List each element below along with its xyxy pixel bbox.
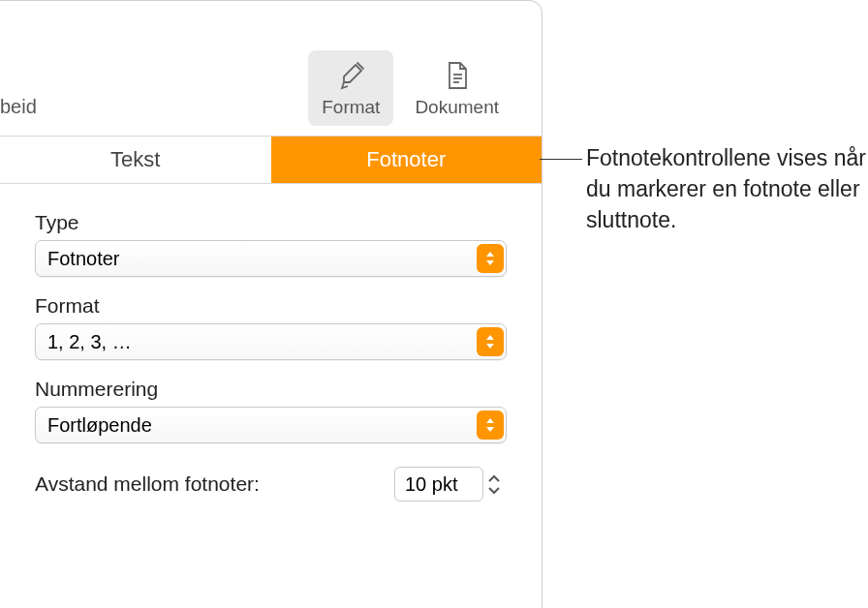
numbering-dropdown-value: Fortløpende (47, 414, 152, 437)
updown-icon (477, 327, 504, 356)
format-dropdown[interactable]: 1, 2, 3, … (35, 323, 507, 360)
format-dropdown-value: 1, 2, 3, … (47, 331, 132, 353)
inspector-panel: beid Format (0, 0, 542, 608)
spacing-input[interactable]: 10 pkt (394, 467, 483, 502)
stepper-buttons[interactable] (487, 467, 507, 502)
numbering-field-group: Nummerering Fortløpende (35, 378, 507, 443)
content-area: Type Fotnoter Format 1, 2, 3, … Nummerer… (0, 184, 542, 502)
tab-footnotes[interactable]: Fotnoter (271, 137, 542, 184)
spacing-label: Avstand mellom fotnoter: (35, 472, 260, 496)
type-dropdown-value: Fotnoter (47, 248, 119, 270)
document-toolbar-button[interactable]: Dokument (401, 50, 512, 126)
updown-icon (477, 244, 504, 273)
paintbrush-icon (333, 58, 368, 93)
spacing-row: Avstand mellom fotnoter: 10 pkt (35, 467, 507, 502)
annotation-leader-line (540, 159, 582, 160)
format-toolbar-label: Format (322, 97, 380, 118)
toolbar-left-label: beid (0, 96, 37, 126)
document-icon (440, 58, 475, 93)
type-dropdown[interactable]: Fotnoter (35, 240, 507, 277)
format-label: Format (35, 294, 507, 318)
spacing-stepper: 10 pkt (394, 467, 507, 502)
toolbar-right: Format Dokument (308, 50, 512, 126)
type-label: Type (35, 211, 507, 234)
numbering-label: Nummerering (35, 378, 507, 401)
tabs: Tekst Fotnoter (0, 137, 542, 184)
type-field-group: Type Fotnoter (35, 211, 507, 277)
format-field-group: Format 1, 2, 3, … (35, 294, 507, 360)
spacing-value: 10 pkt (405, 473, 457, 496)
chevron-down-icon[interactable] (487, 486, 501, 496)
chevron-up-icon[interactable] (487, 473, 501, 483)
tab-text[interactable]: Tekst (0, 137, 271, 184)
updown-icon (477, 410, 504, 440)
numbering-dropdown[interactable]: Fortløpende (35, 407, 507, 443)
toolbar: beid Format (0, 1, 542, 137)
document-toolbar-label: Dokument (415, 97, 499, 118)
annotation-text: Fotnotekontrollene vises når du markerer… (586, 142, 867, 236)
format-toolbar-button[interactable]: Format (308, 50, 393, 126)
